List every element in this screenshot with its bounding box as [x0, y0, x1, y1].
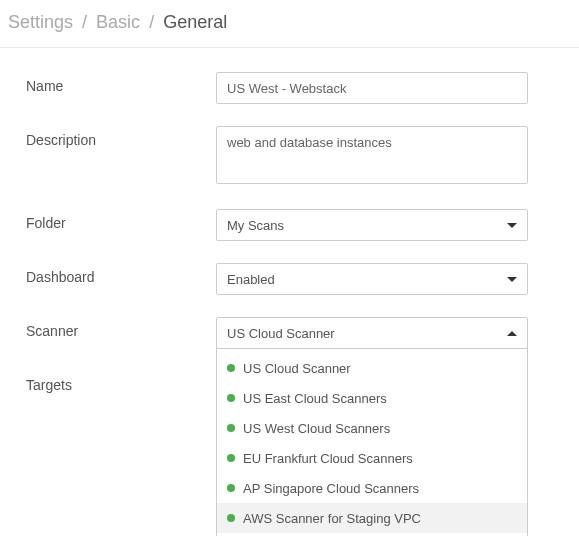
scanner-dropdown: US Cloud Scanner US East Cloud Scanners …: [216, 348, 528, 536]
scanner-option[interactable]: AP Singapore Cloud Scanners: [217, 473, 527, 503]
label-description: Description: [26, 126, 216, 148]
name-input[interactable]: [216, 72, 528, 104]
scanner-option[interactable]: AWS Scanner for Staging VPC: [217, 503, 527, 533]
label-targets: Targets: [26, 371, 216, 393]
caret-down-icon: [507, 277, 517, 282]
status-dot-icon: [227, 394, 235, 402]
breadcrumb-sep: /: [78, 12, 91, 32]
scanner-option[interactable]: US Cloud Scanner: [217, 353, 527, 383]
folder-select-value: My Scans: [227, 218, 284, 233]
settings-form: Name Description web and database instan…: [0, 48, 579, 439]
breadcrumb-settings[interactable]: Settings: [8, 12, 73, 32]
caret-up-icon: [507, 331, 517, 336]
label-dashboard: Dashboard: [26, 263, 216, 285]
status-dot-icon: [227, 514, 235, 522]
dashboard-select[interactable]: Enabled: [216, 263, 528, 295]
breadcrumb: Settings / Basic / General: [0, 0, 579, 48]
status-dot-icon: [227, 454, 235, 462]
status-dot-icon: [227, 424, 235, 432]
scanner-option-label: US Cloud Scanner: [243, 361, 351, 376]
description-input[interactable]: web and database instances: [216, 126, 528, 184]
scanner-option-label: EU Frankfurt Cloud Scanners: [243, 451, 413, 466]
scanner-option-label: US West Cloud Scanners: [243, 421, 390, 436]
status-dot-icon: [227, 364, 235, 372]
label-name: Name: [26, 72, 216, 94]
folder-select[interactable]: My Scans: [216, 209, 528, 241]
scanner-option-label: AWS Scanner for Staging VPC: [243, 511, 421, 526]
label-folder: Folder: [26, 209, 216, 231]
breadcrumb-sep: /: [145, 12, 158, 32]
breadcrumb-basic[interactable]: Basic: [96, 12, 140, 32]
status-dot-icon: [227, 484, 235, 492]
dashboard-select-value: Enabled: [227, 272, 275, 287]
scanner-select-value: US Cloud Scanner: [227, 326, 335, 341]
scanner-option-label: AP Singapore Cloud Scanners: [243, 481, 419, 496]
scanner-option[interactable]: EU Frankfurt Cloud Scanners: [217, 443, 527, 473]
scanner-option[interactable]: US West Cloud Scanners: [217, 413, 527, 443]
caret-down-icon: [507, 223, 517, 228]
breadcrumb-current: General: [163, 12, 227, 32]
scanner-option-label: US East Cloud Scanners: [243, 391, 387, 406]
label-scanner: Scanner: [26, 317, 216, 339]
scanner-select[interactable]: US Cloud Scanner: [216, 317, 528, 349]
scanner-option[interactable]: US East Cloud Scanners: [217, 383, 527, 413]
